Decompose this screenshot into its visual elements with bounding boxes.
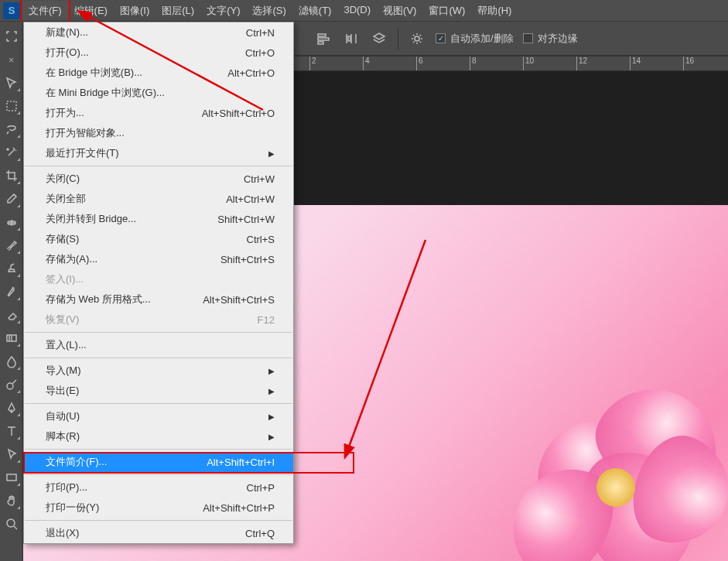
align-edges-checkbox[interactable]: 对齐边缘	[523, 32, 578, 46]
handles-icon[interactable]	[2, 27, 21, 46]
menu-row[interactable]: 导入(M)▶	[24, 361, 293, 381]
menu-row[interactable]: 退出(X)Ctrl+Q	[24, 523, 293, 543]
menu-item-9[interactable]: 窗口(W)	[422, 1, 471, 21]
menu-row[interactable]: 脚本(R)▶	[24, 426, 293, 446]
rectangle-tool-icon[interactable]	[2, 468, 21, 487]
eyedropper-tool-icon[interactable]	[2, 190, 21, 208]
menu-row-label: 存储为 Web 所用格式...	[46, 292, 151, 306]
file-menu-dropdown: 新建(N)...Ctrl+N打开(O)...Ctrl+O在 Bridge 中浏览…	[23, 22, 294, 544]
separator	[398, 28, 398, 50]
menu-row[interactable]: 存储为(A)...Shift+Ctrl+S	[24, 249, 293, 269]
distribute-icon[interactable]	[339, 26, 364, 51]
marquee-tool-icon[interactable]	[2, 97, 21, 115]
svg-rect-0	[318, 34, 326, 36]
menu-item-5[interactable]: 选择(S)	[246, 1, 292, 21]
menu-row-shortcut: Ctrl+Q	[245, 528, 275, 539]
menu-item-10[interactable]: 帮助(H)	[471, 1, 518, 21]
align-edges-label: 对齐边缘	[538, 32, 578, 46]
healing-brush-tool-icon[interactable]	[2, 213, 21, 231]
zoom-tool-icon[interactable]	[2, 515, 21, 533]
menu-row[interactable]: 打开(O)...Ctrl+O	[24, 43, 293, 63]
menu-row-shortcut: Shift+Ctrl+S	[220, 254, 275, 265]
svg-point-17	[7, 383, 13, 389]
menu-row[interactable]: 新建(N)...Ctrl+N	[24, 22, 293, 43]
history-brush-tool-icon[interactable]	[2, 282, 21, 301]
menu-row[interactable]: 打印(P)...Ctrl+P	[24, 477, 293, 498]
eraser-tool-icon[interactable]	[2, 306, 21, 324]
path-selection-tool-icon[interactable]	[2, 445, 21, 464]
menu-row[interactable]: 打印一份(Y)Alt+Shift+Ctrl+P	[24, 498, 293, 518]
menu-row-label: 打开为...	[46, 106, 84, 120]
svg-point-8	[415, 36, 419, 41]
menu-row-label: 文件简介(F)...	[46, 455, 107, 469]
menu-row-label: 最近打开文件(T)	[46, 146, 119, 160]
blur-tool-icon[interactable]	[2, 352, 21, 371]
menu-row[interactable]: 存储(S)Ctrl+S	[24, 229, 293, 249]
pen-tool-icon[interactable]	[2, 399, 21, 417]
svg-rect-19	[7, 474, 16, 481]
menu-item-2[interactable]: 图像(I)	[114, 1, 156, 21]
menu-row[interactable]: 关闭全部Alt+Ctrl+W	[24, 189, 293, 209]
menu-item-3[interactable]: 图层(L)	[156, 1, 200, 21]
ruler-tick: 12	[576, 56, 587, 70]
menu-row-shortcut: Ctrl+O	[245, 47, 275, 59]
menu-row-label: 打开为智能对象...	[46, 126, 125, 140]
hand-tool-icon[interactable]	[2, 491, 21, 510]
auto-add-delete-checkbox[interactable]: ✓ 自动添加/删除	[436, 32, 514, 46]
menu-row-label: 置入(L)...	[46, 338, 87, 352]
tools-panel: ×	[0, 22, 23, 561]
submenu-arrow-icon: ▶	[268, 387, 275, 395]
menu-item-1[interactable]: 编辑(E)	[68, 1, 114, 21]
menu-item-7[interactable]: 3D(D)	[337, 1, 377, 21]
type-tool-icon[interactable]	[2, 422, 21, 440]
menu-row[interactable]: 文件简介(F)...Alt+Shift+Ctrl+I	[24, 452, 293, 472]
menu-row-shortcut: Ctrl+P	[247, 482, 275, 494]
menu-row[interactable]: 在 Mini Bridge 中浏览(G)...	[24, 83, 293, 103]
brush-tool-icon[interactable]	[2, 236, 21, 255]
dodge-tool-icon[interactable]	[2, 375, 21, 394]
menu-row-label: 关闭全部	[46, 192, 86, 206]
menu-row-label: 打开(O)...	[46, 46, 89, 60]
gradient-tool-icon[interactable]	[2, 329, 21, 347]
clone-stamp-tool-icon[interactable]	[2, 259, 21, 278]
submenu-arrow-icon: ▶	[268, 412, 275, 421]
menu-row[interactable]: 关闭(C)Ctrl+W	[24, 169, 293, 189]
ruler-tick: 6	[416, 56, 423, 70]
lasso-tool-icon[interactable]	[2, 120, 21, 139]
align-left-icon[interactable]	[311, 26, 336, 51]
menu-row-label: 恢复(V)	[46, 313, 79, 327]
menu-item-0[interactable]: 文件(F)	[22, 1, 68, 21]
menu-row[interactable]: 导出(E)▶	[24, 381, 293, 401]
menu-row-label: 在 Bridge 中浏览(B)...	[46, 66, 142, 80]
menu-row-label: 打印一份(Y)	[46, 501, 99, 515]
menu-row[interactable]: 打开为...Alt+Shift+Ctrl+O	[24, 103, 293, 123]
menu-row[interactable]: 置入(L)...	[24, 335, 293, 355]
menu-row[interactable]: 存储为 Web 所用格式...Alt+Shift+Ctrl+S	[24, 289, 293, 310]
checkbox-checked-icon: ✓	[436, 33, 446, 43]
menu-row[interactable]: 最近打开文件(T)▶	[24, 143, 293, 163]
ruler-tick: 4	[363, 56, 370, 70]
menu-item-6[interactable]: 滤镜(T)	[292, 1, 338, 21]
gear-icon[interactable]	[405, 26, 429, 51]
stack-icon[interactable]	[367, 26, 391, 51]
magic-wand-tool-icon[interactable]	[2, 143, 21, 162]
svg-line-18	[12, 380, 16, 384]
ruler-tick: 10	[523, 56, 534, 70]
tab-close-icon[interactable]: ×	[2, 50, 21, 69]
menu-row-shortcut: Alt+Shift+Ctrl+P	[203, 502, 275, 514]
flower-image	[442, 360, 728, 561]
svg-point-20	[7, 519, 15, 527]
menu-item-8[interactable]: 视图(V)	[377, 1, 422, 21]
menu-row[interactable]: 自动(U)▶	[24, 406, 293, 426]
menu-row[interactable]: 关闭并转到 Bridge...Shift+Ctrl+W	[24, 209, 293, 229]
crop-tool-icon[interactable]	[2, 166, 21, 185]
menu-row[interactable]: 打开为智能对象...	[24, 123, 293, 143]
menu-row[interactable]: 在 Bridge 中浏览(B)...Alt+Ctrl+O	[24, 63, 293, 83]
menu-row: 签入(I)...	[24, 269, 293, 289]
menu-item-4[interactable]: 文字(Y)	[200, 1, 246, 21]
menu-row-label: 自动(U)	[46, 409, 80, 423]
menu-row-label: 导出(E)	[46, 384, 79, 398]
app-icon: S	[3, 2, 20, 19]
submenu-arrow-icon: ▶	[268, 433, 275, 441]
move-tool-icon[interactable]	[2, 74, 21, 92]
